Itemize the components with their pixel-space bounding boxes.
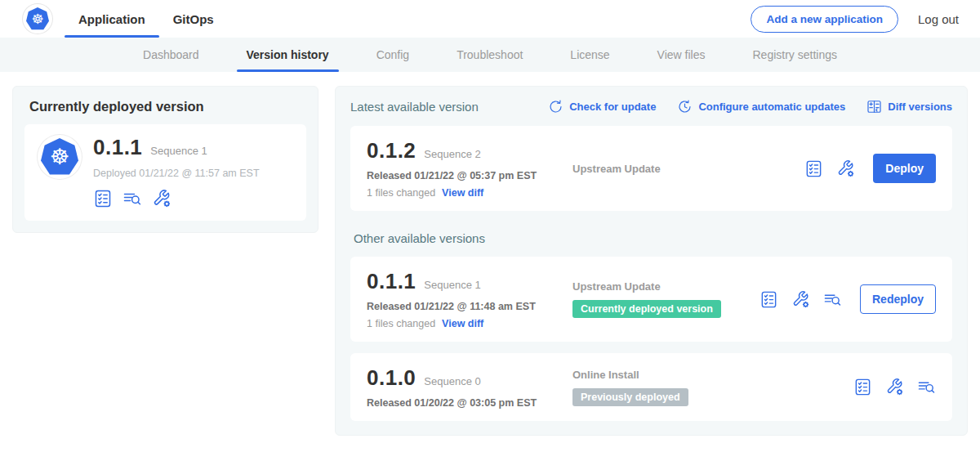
released-timestamp: Released 01/21/22 @ 11:48 am EST (367, 301, 572, 312)
latest-version-title: Latest available version (350, 100, 479, 114)
files-changed: 1 files changed (367, 187, 435, 199)
deploy-logs-icon[interactable] (823, 290, 842, 309)
config-wrench-icon[interactable] (885, 378, 904, 396)
version-source: Upstream Update (572, 163, 804, 175)
preflight-checklist-icon[interactable] (760, 290, 778, 309)
tab-application[interactable]: Application (77, 0, 147, 38)
deployed-timestamp: Deployed 01/21/22 @ 11:57 am EST (93, 168, 260, 179)
source-label: Upstream Update (572, 280, 751, 293)
panel-header: Latest available version Check for updat… (350, 99, 952, 114)
top-nav-tabs: Application GitOps (77, 0, 216, 38)
redeploy-button[interactable]: Redeploy (860, 284, 936, 314)
tab-gitops[interactable]: GitOps (172, 0, 216, 38)
diff-icon (866, 99, 882, 114)
deploy-logs-icon[interactable] (122, 189, 142, 208)
released-timestamp: Released 01/21/22 @ 05:37 pm EST (367, 170, 572, 181)
source-label: Upstream Update (572, 163, 796, 175)
deployed-sequence: Sequence 1 (150, 145, 207, 157)
released-timestamp: Released 01/20/22 @ 03:05 pm EST (367, 397, 572, 409)
version-number: 0.1.1 (367, 269, 416, 294)
kubernetes-heptagon: ☸ (26, 7, 49, 30)
logout-button[interactable]: Log out (918, 12, 959, 26)
tab-gitops-label: GitOps (173, 12, 214, 26)
version-actions: Redeploy (760, 284, 936, 314)
files-changed: 1 files changed (367, 318, 435, 329)
configure-automatic-updates-link[interactable]: Configure automatic updates (677, 99, 845, 114)
currently-deployed-card: Currently deployed version ☸ 0.1.1 Seque… (12, 86, 318, 233)
currently-deployed-badge: Currently deployed version (572, 300, 721, 318)
version-history-panel: Latest available version Check for updat… (335, 86, 968, 436)
version-info: 0.1.0 Sequence 0 Released 01/20/22 @ 03:… (367, 365, 572, 409)
version-number: 0.1.2 (367, 138, 416, 163)
view-diff-link[interactable]: View diff (442, 187, 483, 199)
deploy-button[interactable]: Deploy (873, 154, 936, 183)
subtab-registry-settings[interactable]: Registry settings (753, 38, 837, 72)
panel-actions: Check for update Configure automatic upd… (548, 99, 952, 114)
version-sequence: Sequence 0 (424, 375, 480, 387)
preflight-checklist-icon[interactable] (804, 159, 823, 178)
config-wrench-icon[interactable] (152, 189, 172, 208)
deployed-version-card: ☸ 0.1.1 Sequence 1 Deployed 01/21/22 @ 1… (24, 124, 306, 221)
other-versions-title: Other available versions (354, 231, 949, 245)
deployed-card-title: Currently deployed version (29, 99, 301, 114)
version-sequence: Sequence 2 (424, 148, 480, 160)
top-nav: ☸ Application GitOps Add a new applicati… (0, 0, 980, 38)
deployed-version-number: 0.1.1 (93, 135, 142, 160)
subtab-view-files[interactable]: View files (657, 38, 706, 72)
preflight-checklist-icon[interactable] (93, 189, 113, 208)
diff-versions-link[interactable]: Diff versions (866, 99, 952, 114)
version-number: 0.1.0 (367, 365, 416, 391)
sub-nav: Dashboard Version history Config Trouble… (0, 38, 980, 72)
top-nav-right: Add a new application Log out (751, 6, 959, 33)
version-info: 0.1.2 Sequence 2 Released 01/21/22 @ 05:… (367, 138, 572, 199)
version-actions: Deploy (804, 154, 936, 183)
deployed-actions (93, 189, 260, 208)
clock-refresh-icon (677, 99, 693, 114)
source-label: Online Install (572, 369, 845, 381)
previously-deployed-badge: Previously deployed (572, 388, 688, 406)
kubernetes-heptagon: ☸ (41, 138, 78, 176)
view-diff-link[interactable]: View diff (442, 318, 483, 329)
kubernetes-logo[interactable]: ☸ (23, 4, 52, 34)
config-wrench-icon[interactable] (836, 159, 855, 178)
subtab-version-history[interactable]: Version history (247, 38, 329, 72)
version-row: 0.1.0 Sequence 0 Released 01/20/22 @ 03:… (350, 353, 952, 421)
refresh-icon (548, 99, 564, 114)
check-for-update-link[interactable]: Check for update (548, 99, 656, 114)
version-info: 0.1.1 Sequence 1 Released 01/21/22 @ 11:… (367, 269, 572, 329)
subtab-dashboard[interactable]: Dashboard (143, 38, 199, 72)
version-source: Online Install Previously deployed (572, 369, 853, 406)
tab-application-label: Application (78, 12, 145, 26)
kubernetes-wheel-icon: ☸ (50, 146, 69, 168)
app-logo: ☸ (38, 135, 82, 179)
subtab-troubleshoot[interactable]: Troubleshoot (457, 38, 523, 72)
subtab-config[interactable]: Config (376, 38, 409, 72)
version-sequence: Sequence 1 (424, 279, 480, 291)
add-application-button[interactable]: Add a new application (751, 6, 898, 33)
version-row: 0.1.1 Sequence 1 Released 01/21/22 @ 11:… (350, 257, 952, 342)
deploy-logs-icon[interactable] (917, 378, 936, 396)
preflight-checklist-icon[interactable] (853, 378, 872, 396)
config-wrench-icon[interactable] (791, 290, 810, 309)
version-source: Upstream Update Currently deployed versi… (572, 280, 760, 318)
main-content: Currently deployed version ☸ 0.1.1 Seque… (0, 72, 980, 450)
kubernetes-wheel-icon: ☸ (31, 12, 43, 26)
version-row: 0.1.2 Sequence 2 Released 01/21/22 @ 05:… (350, 126, 952, 211)
subtab-license[interactable]: License (570, 38, 609, 72)
version-actions (853, 378, 936, 396)
deployed-version-info: 0.1.1 Sequence 1 Deployed 01/21/22 @ 11:… (93, 135, 260, 208)
